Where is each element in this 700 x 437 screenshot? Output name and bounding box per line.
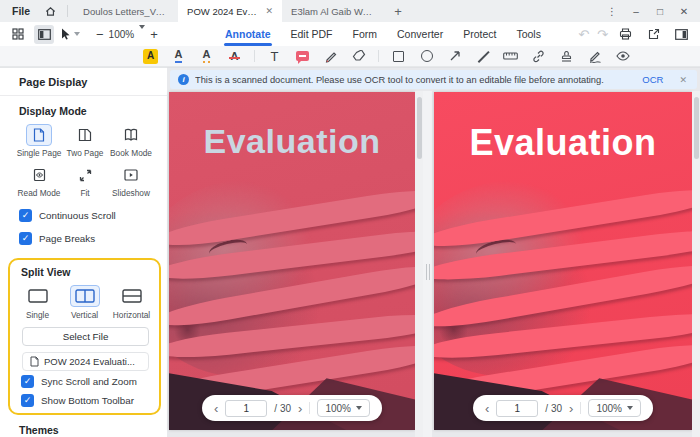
continuous-scroll-option[interactable]: Continuous Scroll (0, 204, 167, 227)
page-number-input[interactable] (496, 400, 538, 417)
menu-annotate[interactable]: Annotate (224, 24, 272, 44)
pdf-page-right[interactable]: Evaluation (434, 92, 692, 430)
menu-tools[interactable]: Tools (515, 24, 542, 44)
show-bottom-toolbar-option[interactable]: Show Bottom Toolbar (10, 390, 159, 409)
pencil-tool[interactable] (322, 48, 339, 65)
print-button[interactable] (616, 25, 636, 44)
page-title-text: Evaluation (169, 122, 415, 161)
squiggly-tool[interactable]: A (198, 48, 215, 65)
zoom-select[interactable]: 100% (317, 399, 370, 417)
underline-tool[interactable]: A (170, 48, 187, 65)
line-tool[interactable] (474, 48, 491, 65)
two-page-icon (78, 128, 92, 142)
minimize-icon[interactable]: – (626, 2, 646, 20)
sync-scroll-zoom-option[interactable]: Sync Scroll and Zoom (10, 371, 159, 390)
split-divider[interactable] (423, 91, 432, 437)
highlight-tool[interactable]: A (142, 48, 159, 65)
comment-tool[interactable] (294, 48, 311, 65)
stamp-tool[interactable] (558, 48, 575, 65)
menu-converter[interactable]: Converter (396, 24, 444, 44)
chevron-down-icon (356, 406, 362, 410)
home-button[interactable] (39, 6, 61, 17)
zoom-select[interactable]: 100% (588, 399, 641, 417)
eraser-tool[interactable] (350, 48, 367, 65)
arrow-icon (449, 50, 461, 62)
layout-icon (675, 29, 688, 40)
page-toolbar-left: ‹ / 30 › 100% (202, 395, 382, 421)
pdf-editor-app: File Doulos Letters_Vol1_Te... POW 2024 … (0, 0, 700, 437)
next-page-button[interactable]: › (569, 402, 573, 415)
tab-e3lam-al-gaib[interactable]: E3lam Al Gaib Wa Elaha... (282, 0, 386, 22)
ocr-link[interactable]: OCR (632, 74, 673, 85)
scrollbar-left[interactable] (415, 91, 423, 437)
split-vertical-icon (75, 289, 95, 303)
zoom-controls: − 100% + (96, 27, 158, 42)
link-tool[interactable] (530, 48, 547, 65)
page-breaks-option[interactable]: Page Breaks (0, 227, 167, 250)
new-tab-button[interactable]: + (386, 4, 410, 19)
ocr-banner: i This is a scanned document. Please use… (170, 70, 697, 89)
highlight-icon: A (143, 49, 158, 64)
tab-label: Doulos Letters_Vol1_Te... (83, 6, 169, 17)
zoom-out-button[interactable]: − (96, 27, 104, 42)
underline-icon: A (175, 49, 183, 63)
pdf-page-left[interactable]: Evaluation (169, 92, 415, 430)
menu-edit-pdf[interactable]: Edit PDF (290, 24, 334, 44)
line-icon (476, 50, 489, 63)
annotation-toolbar: A A A A T (0, 46, 700, 67)
show-annotations-tool[interactable] (614, 48, 631, 65)
split-view-horizontal[interactable]: Horizontal (108, 285, 155, 320)
rectangle-tool[interactable] (390, 48, 407, 65)
zoom-level-value: 100% (109, 29, 135, 40)
arrow-tool[interactable] (446, 48, 463, 65)
split-view-single[interactable]: Single (14, 285, 61, 320)
sidebar-toggle-button[interactable] (34, 25, 54, 44)
document-icon (30, 356, 39, 367)
display-mode-single-page[interactable]: Single Page (16, 124, 62, 158)
redo-icon[interactable]: ↷ (597, 28, 608, 41)
measure-tool[interactable] (502, 48, 519, 65)
split-file-chip[interactable]: POW 2024 Evaluati... (22, 352, 149, 371)
page-number-input[interactable] (225, 400, 267, 417)
share-button[interactable] (644, 25, 664, 44)
tab-pow-2024-evaluation[interactable]: POW 2024 Evaluation R... ✕ (178, 0, 282, 22)
zoom-in-button[interactable]: + (150, 27, 158, 42)
menu-bar: Annotate Edit PDF Form Converter Protect… (194, 24, 542, 44)
eye-icon (616, 51, 630, 61)
split-pane-right: Evaluation ‹ / 30 › 100% (432, 91, 700, 437)
banner-close-icon[interactable]: ✕ (679, 75, 689, 85)
next-page-button[interactable]: › (298, 402, 302, 415)
tab-label: POW 2024 Evaluation R... (187, 6, 260, 17)
display-mode-book-mode[interactable]: Book Mode (108, 124, 154, 158)
tab-doulos-letters[interactable]: Doulos Letters_Vol1_Te... (74, 0, 178, 22)
ellipse-tool[interactable] (418, 48, 435, 65)
stamp-icon (560, 50, 573, 63)
text-comment-tool[interactable]: T (266, 48, 283, 65)
tab-close-icon[interactable]: ✕ (266, 6, 274, 16)
select-tool-button[interactable] (60, 25, 80, 44)
display-mode-two-page[interactable]: Two Page (62, 124, 108, 158)
reading-layout-button[interactable] (672, 25, 692, 44)
undo-icon[interactable]: ↶ (578, 28, 589, 41)
more-menu-icon[interactable]: ⋮ (602, 2, 622, 20)
thumbnails-grid-button[interactable] (8, 25, 28, 44)
display-mode-fit[interactable]: Fit (62, 164, 108, 198)
squiggly-icon: A (203, 49, 211, 63)
close-icon[interactable]: ✕ (674, 2, 694, 20)
display-mode-slideshow[interactable]: Slideshow (108, 164, 154, 198)
previous-page-button[interactable]: ‹ (214, 402, 218, 415)
split-view-vertical[interactable]: Vertical (61, 285, 108, 320)
maximize-icon[interactable]: □ (650, 2, 670, 20)
strikethrough-tool[interactable]: A (226, 48, 243, 65)
signature-tool[interactable] (586, 48, 603, 65)
scrollbar-right[interactable] (692, 91, 700, 437)
previous-page-button[interactable]: ‹ (485, 402, 489, 415)
home-icon (45, 6, 56, 17)
menu-form[interactable]: Form (352, 24, 379, 44)
display-mode-read-mode[interactable]: Read Mode (16, 164, 62, 198)
ellipse-icon (421, 50, 433, 62)
menu-protect[interactable]: Protect (462, 24, 497, 44)
select-file-button[interactable]: Select File (22, 327, 149, 346)
zoom-dropdown-button[interactable] (139, 29, 145, 40)
file-menu[interactable]: File (0, 5, 39, 17)
